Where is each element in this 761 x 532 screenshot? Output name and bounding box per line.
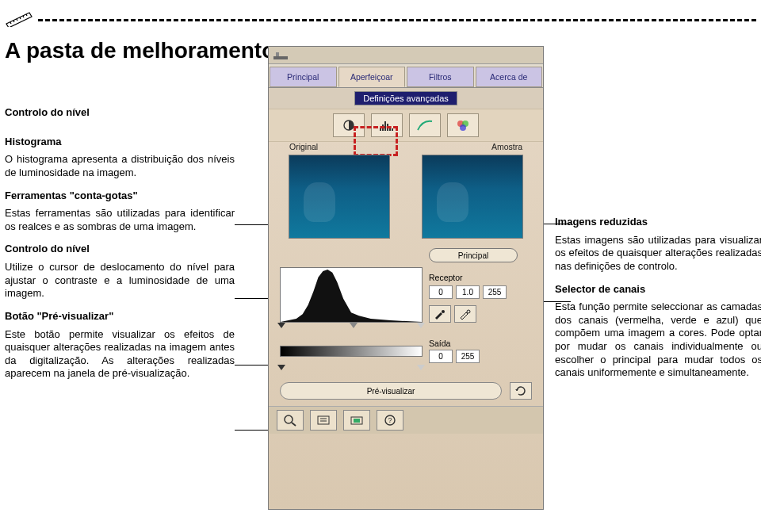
lead-line [544, 301, 571, 302]
header-rule [5, 13, 761, 29]
right-sec1-title: Imagens reduzidas [555, 216, 761, 229]
right-sec2-body: Esta função permite seleccionar as camad… [555, 300, 761, 380]
left-sec3-body: Estas ferramentas são utilizadas para id… [5, 207, 235, 233]
svg-rect-17 [354, 419, 360, 423]
left-sec5-title: Botão "Pré-visualizar" [5, 310, 235, 323]
advanced-settings-button[interactable]: Definições avançadas [354, 91, 457, 105]
svg-point-14 [285, 415, 293, 423]
left-column: Controlo do nível Histograma O histogram… [5, 79, 235, 527]
output-field-1[interactable]: 255 [456, 350, 480, 363]
lead-line [235, 298, 273, 299]
right-sec2-title: Selector de canais [555, 283, 761, 297]
receptor-column: Receptor 0 1.0 255 [429, 273, 507, 323]
output-field-0[interactable]: 0 [429, 350, 453, 363]
title-main: A pasta de melhoramentos: [5, 38, 295, 63]
input-slider-row[interactable] [269, 323, 543, 337]
output-label: Saída [429, 339, 450, 348]
dock-icon [273, 51, 288, 60]
advanced-bar: Definições avançadas [269, 88, 543, 109]
preferences-button[interactable] [310, 410, 337, 431]
bottom-toolbar: ? [269, 406, 543, 434]
histogram-row: Receptor 0 1.0 255 [269, 266, 543, 323]
thumb-labels: Original Amostra [269, 142, 543, 151]
lead-line [235, 224, 273, 225]
lead-line [235, 430, 273, 431]
lead-line [235, 365, 273, 366]
zoom-button[interactable] [277, 410, 304, 431]
tool-row [269, 109, 543, 142]
tab-principal[interactable]: Principal [270, 67, 337, 87]
left-sec1-title: Controlo do nível [5, 106, 235, 120]
color-balance-button[interactable] [447, 113, 479, 137]
left-sec2-body: O histograma apresenta a distribuição do… [5, 153, 235, 179]
left-sec4-title: Controlo do nível [5, 243, 235, 256]
svg-rect-4 [382, 124, 384, 131]
receptor-field-0[interactable]: 0 [429, 285, 453, 299]
left-sec4-body: Utilize o cursor de deslocamento do níve… [5, 261, 235, 300]
channel-selector[interactable]: Principal [429, 248, 518, 262]
brightness-contrast-button[interactable] [333, 113, 365, 137]
tab-filtros[interactable]: Filtros [407, 67, 474, 87]
ruler-icon [6, 10, 33, 27]
svg-rect-1 [276, 52, 279, 56]
svg-point-13 [467, 310, 470, 313]
left-sec3-title: Ferramentas "conta-gotas" [5, 189, 235, 203]
left-sec2-title: Histograma [5, 136, 235, 149]
svg-rect-3 [380, 128, 381, 131]
levels-button[interactable] [371, 113, 403, 137]
label-original: Original [289, 142, 318, 151]
output-slider-row[interactable] [269, 365, 543, 379]
scan-button[interactable] [343, 410, 370, 431]
svg-text:?: ? [388, 416, 392, 424]
svg-point-12 [442, 310, 445, 313]
svg-rect-0 [273, 56, 288, 59]
reset-button[interactable] [510, 382, 532, 400]
preview-row: Pré-visualizar [269, 379, 543, 406]
receptor-field-2[interactable]: 255 [483, 285, 507, 299]
preview-button[interactable]: Pré-visualizar [280, 382, 502, 400]
receptor-field-1[interactable]: 1.0 [456, 285, 480, 299]
lead-line [544, 224, 571, 224]
right-column: Imagens reduzidas Estas imagens são util… [555, 79, 761, 527]
svg-rect-6 [387, 124, 388, 131]
slider-white-handle[interactable] [417, 323, 425, 328]
svg-rect-5 [384, 121, 386, 131]
slider-black-handle[interactable] [277, 323, 285, 328]
center-column: Principal Aperfeiçoar Filtros Acerca de … [246, 79, 544, 527]
svg-rect-15 [318, 416, 329, 424]
tab-bar: Principal Aperfeiçoar Filtros Acerca de [269, 64, 543, 88]
svg-rect-7 [389, 126, 391, 131]
output-row: Saída 0 255 [269, 337, 543, 365]
eyedropper-black-button[interactable] [429, 305, 451, 323]
tab-aperfeicoar[interactable]: Aperfeiçoar [338, 67, 406, 87]
left-sec5-body: Este botão permite visualizar os efeitos… [5, 328, 235, 381]
app-panel: Principal Aperfeiçoar Filtros Acerca de … [268, 46, 544, 510]
slider-mid-handle[interactable] [350, 323, 358, 328]
histogram-box [280, 267, 423, 323]
out-slider-white-handle[interactable] [417, 365, 425, 370]
thumbnails [269, 151, 543, 245]
tab-acerca-de[interactable]: Acerca de [476, 67, 543, 87]
svg-rect-8 [392, 128, 393, 131]
eyedropper-white-button[interactable] [454, 305, 476, 323]
label-sample: Amostra [491, 142, 522, 151]
help-button[interactable]: ? [377, 410, 403, 431]
header-dashed-line [38, 19, 756, 21]
output-gradient[interactable] [280, 346, 423, 357]
svg-point-11 [460, 124, 466, 131]
channel-row: Principal [269, 245, 543, 266]
thumb-original [289, 155, 390, 239]
right-sec1-body: Estas imagens são utilizadas para visual… [555, 234, 761, 274]
curves-button[interactable] [409, 113, 441, 137]
out-slider-black-handle[interactable] [277, 365, 285, 370]
receptor-label: Receptor [429, 273, 463, 282]
panel-titlebar [269, 47, 543, 64]
thumb-sample [422, 155, 523, 239]
